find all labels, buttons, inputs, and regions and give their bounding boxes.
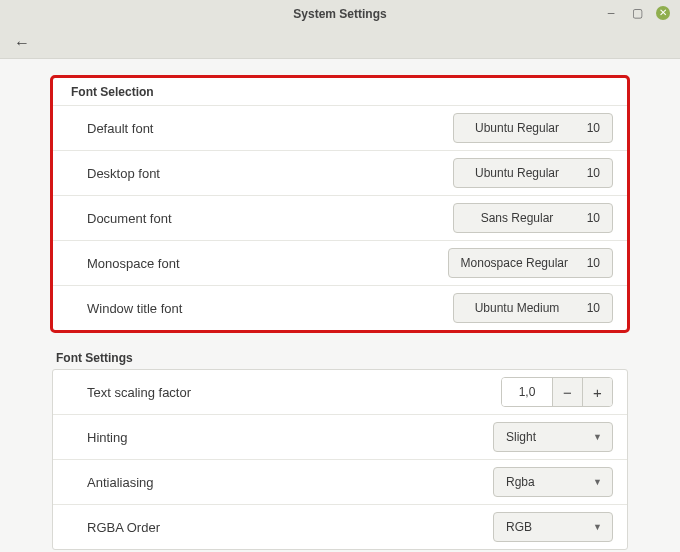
row-label: Text scaling factor [87,385,191,400]
close-icon[interactable]: ✕ [656,6,670,20]
maximize-icon[interactable]: ▢ [630,6,644,20]
row-hinting: Hinting Slight ▼ [53,414,627,459]
window-title-font-button[interactable]: Ubuntu Medium 10 [453,293,613,323]
row-monospace-font: Monospace font Monospace Regular 10 [53,240,627,285]
row-label: Desktop font [87,166,160,181]
font-size: 10 [582,211,600,225]
window-title: System Settings [293,7,386,21]
row-window-title-font: Window title font Ubuntu Medium 10 [53,285,627,330]
desktop-font-button[interactable]: Ubuntu Regular 10 [453,158,613,188]
antialiasing-select[interactable]: Rgba ▼ [493,467,613,497]
font-name: Monospace Regular [461,256,568,270]
back-row: ← [0,28,680,58]
row-label: Default font [87,121,154,136]
font-size: 10 [582,121,600,135]
row-label: Antialiasing [87,475,154,490]
chevron-down-icon: ▼ [593,522,602,532]
row-default-font: Default font Ubuntu Regular 10 [53,105,627,150]
text-scaling-stepper: 1,0 − + [501,377,613,407]
window-controls: – ▢ ✕ [604,6,670,20]
row-antialiasing: Antialiasing Rgba ▼ [53,459,627,504]
font-size: 10 [582,301,600,315]
hinting-select[interactable]: Slight ▼ [493,422,613,452]
chevron-down-icon: ▼ [593,477,602,487]
monospace-font-button[interactable]: Monospace Regular 10 [448,248,613,278]
font-name: Ubuntu Medium [466,301,568,315]
hinting-value: Slight [506,430,536,444]
text-scaling-dec[interactable]: − [552,378,582,406]
row-rgba-order: RGBA Order RGB ▼ [53,504,627,549]
antialiasing-value: Rgba [506,475,535,489]
row-label: Window title font [87,301,182,316]
row-label: RGBA Order [87,520,160,535]
document-font-button[interactable]: Sans Regular 10 [453,203,613,233]
font-size: 10 [582,166,600,180]
titlebar: System Settings – ▢ ✕ [0,0,680,28]
row-text-scaling: Text scaling factor 1,0 − + [53,370,627,414]
rgba-order-value: RGB [506,520,532,534]
font-name: Ubuntu Regular [466,166,568,180]
font-settings-label: Font Settings [56,351,628,365]
rgba-order-select[interactable]: RGB ▼ [493,512,613,542]
row-label: Document font [87,211,172,226]
font-settings-group: Text scaling factor 1,0 − + Hinting Slig… [52,369,628,550]
row-document-font: Document font Sans Regular 10 [53,195,627,240]
font-size: 10 [582,256,600,270]
font-name: Ubuntu Regular [466,121,568,135]
row-label: Monospace font [87,256,180,271]
row-desktop-font: Desktop font Ubuntu Regular 10 [53,150,627,195]
text-scaling-inc[interactable]: + [582,378,612,406]
font-selection-label: Font Selection [71,85,154,99]
content: Font Selection Default font Ubuntu Regul… [0,58,680,552]
back-button[interactable]: ← [14,34,30,52]
text-scaling-value[interactable]: 1,0 [502,378,552,406]
font-selection-group: Font Selection Default font Ubuntu Regul… [52,77,628,331]
font-name: Sans Regular [466,211,568,225]
chevron-down-icon: ▼ [593,432,602,442]
row-label: Hinting [87,430,127,445]
default-font-button[interactable]: Ubuntu Regular 10 [453,113,613,143]
font-settings-section: Font Settings Text scaling factor 1,0 − … [52,351,628,550]
minimize-icon[interactable]: – [604,6,618,20]
